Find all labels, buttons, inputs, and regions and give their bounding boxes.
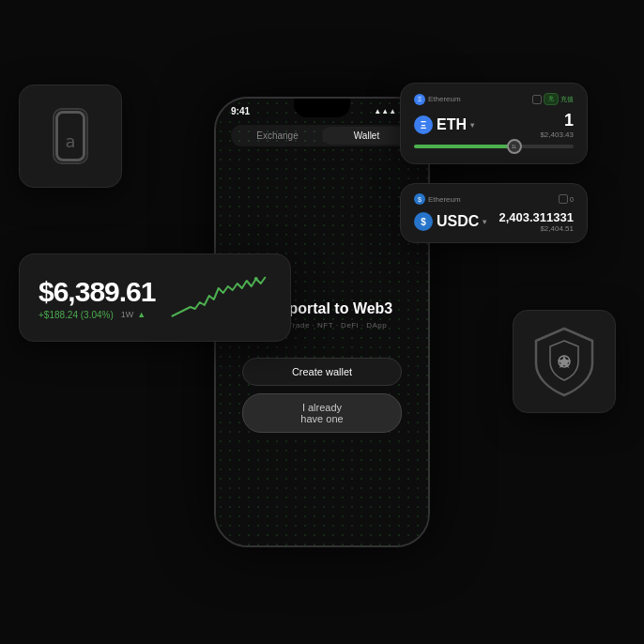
recharge-label: 充 [544,93,559,105]
usdc-usd: $2,404.51 [498,224,574,233]
tab-wallet[interactable]: Wallet [322,127,411,145]
balance-card: $6,389.61 +$188.24 (3.04%) 1W ▲ [19,253,291,342]
eth-coin-name: Ξ ETH ▾ [414,115,474,134]
signal-icon: ▲▲▲ [374,107,396,115]
usdc-coin-name: $ USDC ▾ [414,212,486,231]
scene: 9:41 ▲▲▲ ▲ ▮ Exchange Wallet Your portal… [0,0,644,644]
eth-usd: $2,403.43 [540,130,574,139]
balance-change: +$188.24 (3.04%) 1W ▲ [38,310,155,320]
tab-exchange[interactable]: Exchange [233,127,322,145]
shield-card [513,310,616,413]
api-card: a [19,84,122,188]
eth-icon: Ξ [414,115,433,134]
phone-notch [294,99,350,117]
eth-slider-fill [414,145,510,148]
usdc-network-label: $ Ethereum [414,193,461,205]
eth-box-icon [532,95,542,104]
usdc-chevron: ▾ [483,218,486,226]
balance-chart [166,269,271,326]
eth-recharge-badge: 充 充值 [532,93,574,105]
chart-svg [166,269,271,326]
eth-card: Ξ Ethereum 充 充值 Ξ ETH ▾ 1 $2,403.43 [400,83,588,164]
api-icon: a [55,111,86,161]
eth-amount: 1 [540,111,574,130]
create-wallet-button[interactable]: Create wallet [242,358,402,386]
usdc-box-icon [559,194,568,204]
usdc-badge: 0 [559,194,574,204]
eth-chevron: ▾ [470,121,474,130]
eth-slider-thumb: 1L [507,139,522,154]
status-time: 9:41 [231,106,250,116]
eth-network-label: Ξ Ethereum [414,94,461,105]
shield-svg [531,324,597,399]
usdc-icon: $ [414,212,433,231]
eth-network-icon: Ξ [414,94,425,105]
phone-content: Your portal to Web3 Wallet · Trade · NFT… [216,150,428,545]
usdc-card: $ Ethereum 0 $ USDC ▾ 2,403.311331 $2,40… [400,183,588,243]
tab-bar: Exchange Wallet [231,125,413,146]
usdc-amount: 2,403.311331 [498,210,574,224]
svg-point-0 [254,277,258,281]
have-one-button[interactable]: I already have one [242,393,402,433]
balance-left: $6,389.61 +$188.24 (3.04%) 1W ▲ [38,276,155,320]
usdc-network-icon: $ [414,193,425,205]
eth-slider[interactable]: 1L [414,145,574,148]
balance-amount: $6,389.61 [38,276,155,308]
